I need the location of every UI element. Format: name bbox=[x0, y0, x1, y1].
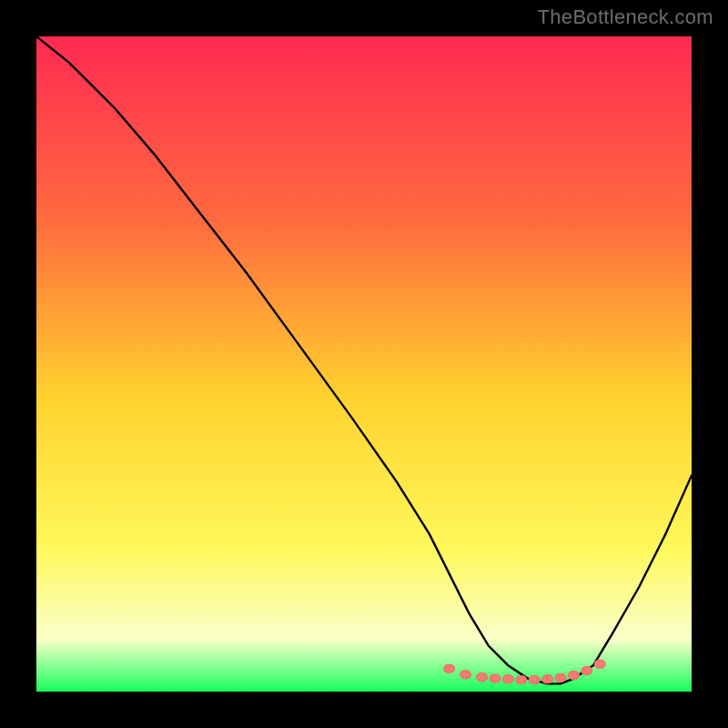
highlight-marker bbox=[516, 676, 527, 684]
highlight-marker bbox=[529, 676, 540, 684]
gradient-background bbox=[36, 36, 692, 692]
highlight-marker bbox=[477, 673, 488, 682]
highlight-marker bbox=[444, 664, 455, 672]
chart-frame: TheBottleneck.com bbox=[0, 0, 728, 728]
plot-area bbox=[36, 36, 692, 692]
highlight-marker bbox=[555, 673, 566, 682]
highlight-marker bbox=[581, 666, 592, 674]
highlight-marker bbox=[568, 672, 579, 680]
highlight-marker bbox=[542, 675, 553, 683]
highlight-marker bbox=[594, 660, 605, 668]
highlight-marker bbox=[490, 674, 500, 682]
highlight-marker bbox=[502, 675, 513, 683]
watermark-text: TheBottleneck.com bbox=[538, 5, 713, 29]
highlight-marker bbox=[460, 671, 471, 679]
plot-svg bbox=[36, 36, 692, 692]
